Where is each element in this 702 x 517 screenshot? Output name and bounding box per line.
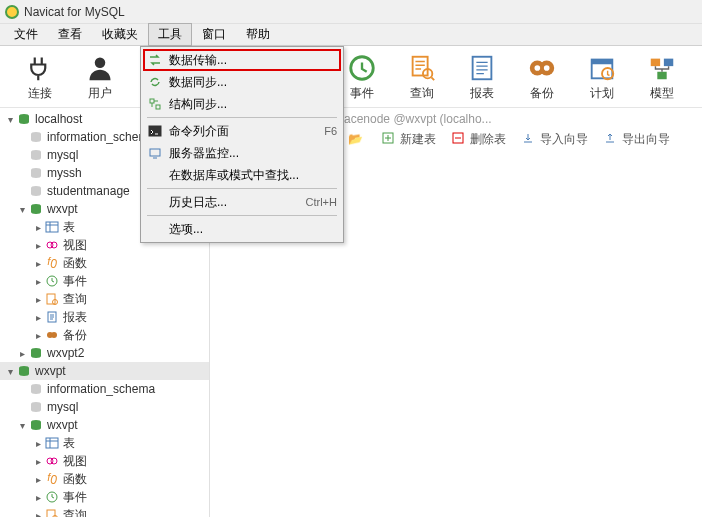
tree-functions-2[interactable]: ▸f0函数 <box>0 470 209 488</box>
dd-find-in-db-label: 在数据库或模式中查找... <box>169 167 337 184</box>
expand-icon[interactable]: ▸ <box>32 330 44 341</box>
expand-icon[interactable]: ▸ <box>32 258 44 269</box>
svg-rect-5 <box>473 56 492 79</box>
toolbar-model[interactable]: 模型 <box>646 52 678 102</box>
svg-point-30 <box>51 242 57 248</box>
tree-infoschema2-label: information_schema <box>47 382 155 396</box>
tree-queries[interactable]: ▸查询 <box>0 290 209 308</box>
expand-icon[interactable]: ▸ <box>32 492 44 503</box>
menu-tools[interactable]: 工具 <box>148 23 192 46</box>
dd-server-monitor[interactable]: 服务器监控... <box>143 142 341 164</box>
menu-file[interactable]: 文件 <box>4 23 48 46</box>
menu-view[interactable]: 查看 <box>48 23 92 46</box>
tree-wxvpt-db2-label: wxvpt <box>47 418 78 432</box>
sub-delete-table[interactable]: 删除表 <box>452 131 506 148</box>
tree-conn-wxvpt[interactable]: ▾wxvpt <box>0 362 209 380</box>
tree-db-mysql-2[interactable]: mysql <box>0 398 209 416</box>
expand-icon[interactable]: ▸ <box>32 312 44 323</box>
tree-tables2-label: 表 <box>63 435 75 452</box>
query-icon <box>406 52 438 84</box>
delete-icon <box>452 132 466 146</box>
sub-new-label: 新建表 <box>400 131 436 148</box>
svg-rect-3 <box>413 56 428 75</box>
menu-favorites[interactable]: 收藏夹 <box>92 23 148 46</box>
dd-server-monitor-label: 服务器监控... <box>169 145 337 162</box>
db-icon <box>28 184 44 198</box>
tree-queries-2[interactable]: ▸查询 <box>0 506 209 517</box>
toolbar-user-label: 用户 <box>88 85 112 102</box>
toolbar-backup[interactable]: 备份 <box>526 52 558 102</box>
tree-wxvpt-label: wxvpt <box>47 202 78 216</box>
svg-point-44 <box>51 458 57 464</box>
dd-history[interactable]: 历史日志... Ctrl+H <box>143 191 341 213</box>
tree-functions[interactable]: ▸f0函数 <box>0 254 209 272</box>
svg-rect-19 <box>150 149 160 156</box>
toolbar-connect-label: 连接 <box>28 85 52 102</box>
toolbar-report[interactable]: 报表 <box>466 52 498 102</box>
dd-options[interactable]: 选项... <box>143 218 341 240</box>
toolbar-query[interactable]: 查询 <box>406 52 438 102</box>
db-icon <box>28 130 44 144</box>
dd-data-sync[interactable]: 数据同步... <box>143 71 341 93</box>
tree-db-wxvpt2[interactable]: ▸wxvpt2 <box>0 344 209 362</box>
tree-reports-label: 报表 <box>63 309 87 326</box>
fn-icon: f0 <box>44 472 60 486</box>
collapse-icon[interactable]: ▾ <box>4 366 16 377</box>
svg-point-8 <box>535 65 541 71</box>
toolbar-event[interactable]: 事件 <box>346 52 378 102</box>
expand-icon[interactable]: ▸ <box>32 438 44 449</box>
expand-icon[interactable]: ▸ <box>32 276 44 287</box>
expand-icon[interactable]: ▸ <box>32 456 44 467</box>
svg-rect-11 <box>592 59 613 64</box>
db-icon <box>28 166 44 180</box>
tree-tables-2[interactable]: ▸表 <box>0 434 209 452</box>
db-icon <box>28 148 44 162</box>
tree-events[interactable]: ▸事件 <box>0 272 209 290</box>
tree-backups-label: 备份 <box>63 327 87 344</box>
toolbar-plan[interactable]: 计划 <box>586 52 618 102</box>
sub-open-table[interactable]: 📂打开表 <box>348 132 366 146</box>
dd-struct-sync[interactable]: 结构同步... <box>143 93 341 115</box>
tree-events-2[interactable]: ▸事件 <box>0 488 209 506</box>
toolbar-connect[interactable]: 连接 <box>24 52 56 102</box>
view-icon <box>44 454 60 468</box>
tree-queries2-label: 查询 <box>63 507 87 518</box>
dd-history-label: 历史日志... <box>169 194 306 211</box>
plug-icon <box>24 52 56 84</box>
tree-reports[interactable]: ▸报表 <box>0 308 209 326</box>
tree-db-wxvpt-2[interactable]: ▾wxvpt <box>0 416 209 434</box>
expand-icon[interactable]: ▸ <box>16 348 28 359</box>
menu-window[interactable]: 窗口 <box>192 23 236 46</box>
dd-separator <box>147 215 337 216</box>
tree-db-information-schema-2[interactable]: information_schema <box>0 380 209 398</box>
collapse-icon[interactable]: ▾ <box>16 204 28 215</box>
svg-rect-28 <box>46 222 58 232</box>
table-icon <box>44 220 60 234</box>
dd-options-label: 选项... <box>169 221 337 238</box>
expand-icon[interactable]: ▸ <box>32 240 44 251</box>
svg-rect-13 <box>651 58 660 66</box>
tree-backups[interactable]: ▸备份 <box>0 326 209 344</box>
dd-find-in-db[interactable]: 在数据库或模式中查找... <box>143 164 341 186</box>
monitor-icon <box>147 145 163 161</box>
db-active-icon <box>28 202 44 216</box>
toolbar-user[interactable]: 用户 <box>84 52 116 102</box>
sub-toolbar-actions: 📂打开表 新建表 删除表 导入向导 导出向导 <box>340 128 702 150</box>
dd-data-transfer[interactable]: 数据传输... <box>143 49 341 71</box>
expand-icon[interactable]: ▸ <box>32 222 44 233</box>
expand-icon[interactable]: ▸ <box>32 294 44 305</box>
dd-cmd-interface[interactable]: 命令列介面 F6 <box>143 120 341 142</box>
menu-help[interactable]: 帮助 <box>236 23 280 46</box>
toolbar-event-label: 事件 <box>350 85 374 102</box>
query-icon <box>44 292 60 306</box>
collapse-icon[interactable]: ▾ <box>16 420 28 431</box>
svg-rect-17 <box>156 105 160 109</box>
svg-point-1 <box>95 57 106 68</box>
expand-icon[interactable]: ▸ <box>32 474 44 485</box>
tree-views-2[interactable]: ▸视图 <box>0 452 209 470</box>
collapse-icon[interactable]: ▾ <box>4 114 16 125</box>
sub-new-table[interactable]: 新建表 <box>382 131 436 148</box>
expand-icon[interactable]: ▸ <box>32 510 44 518</box>
sub-import-wizard[interactable]: 导入向导 <box>522 131 588 148</box>
sub-export-wizard[interactable]: 导出向导 <box>604 131 670 148</box>
